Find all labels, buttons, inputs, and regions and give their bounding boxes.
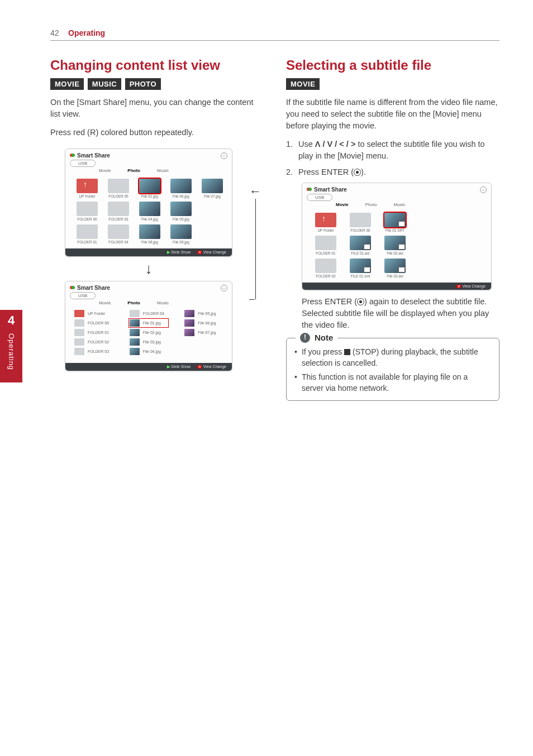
tab-photo[interactable]: Photo xyxy=(127,168,140,173)
screenshot-grid-view: Smart Share – USB Movie Photo Music UP F… xyxy=(65,149,232,257)
note-icon: ! xyxy=(300,333,310,343)
page-header: 42 Operating xyxy=(50,28,499,41)
note-label: Note xyxy=(315,332,333,344)
right-column: Selecting a subtitle file MOVIE If the s… xyxy=(286,58,499,401)
close-icon[interactable]: – xyxy=(221,285,227,291)
left-para-1: On the [Smart Share] menu, you can chang… xyxy=(50,97,264,120)
tag-photo: PHOTO xyxy=(125,78,161,90)
left-tags: MOVIE MUSIC PHOTO xyxy=(50,78,264,90)
tag-movie: MOVIE xyxy=(286,78,320,90)
screenshot-movie-view: Smart Share – USB Movie Photo Music UP F… xyxy=(302,183,492,290)
tag-music: MUSIC xyxy=(88,78,121,90)
step-1: 1. Use Λ / V / < / > to select the subti… xyxy=(286,138,499,162)
mock-b-app: Smart Share xyxy=(77,285,110,291)
right-title: Selecting a subtitle file xyxy=(286,58,499,74)
enter-icon xyxy=(354,169,361,176)
mock-a-app: Smart Share xyxy=(77,152,110,159)
stop-icon xyxy=(344,349,350,355)
close-icon[interactable]: – xyxy=(221,152,227,159)
enter-icon xyxy=(357,298,364,305)
note-item-2: This function is not available for playi… xyxy=(294,371,491,394)
section-name: Operating xyxy=(68,28,105,37)
left-arrow-icon: ← xyxy=(249,184,261,199)
screenshot-list-view: Smart Share – USB Movie Photo Music UP F… xyxy=(65,281,232,371)
left-title: Changing content list view xyxy=(50,58,264,74)
left-column: Changing content list view MOVIE MUSIC P… xyxy=(50,58,264,401)
right-para-1: If the subtitle file name is different f… xyxy=(286,97,499,132)
close-icon[interactable]: – xyxy=(480,186,487,193)
source-pill[interactable]: USB xyxy=(70,160,96,167)
tab-movie[interactable]: Movie xyxy=(99,168,111,173)
step-2: 2. Press ENTER (). xyxy=(286,166,499,178)
left-para-2: Press red (R) colored button repeatedly. xyxy=(50,127,264,138)
mock-a-tabs: Movie Photo Music xyxy=(99,167,232,174)
page-number: 42 xyxy=(50,28,59,37)
tab-music[interactable]: Music xyxy=(157,168,169,173)
source-pill[interactable]: USB xyxy=(70,292,96,299)
right-after-mock: Press ENTER () again to deselect the sub… xyxy=(302,296,499,331)
tag-movie: MOVIE xyxy=(50,78,84,90)
note-box: ! Note If you press (STOP) during playba… xyxy=(286,338,499,401)
note-item-1: If you press (STOP) during playback, the… xyxy=(294,346,491,369)
down-arrow-icon: ↓ xyxy=(50,260,247,277)
